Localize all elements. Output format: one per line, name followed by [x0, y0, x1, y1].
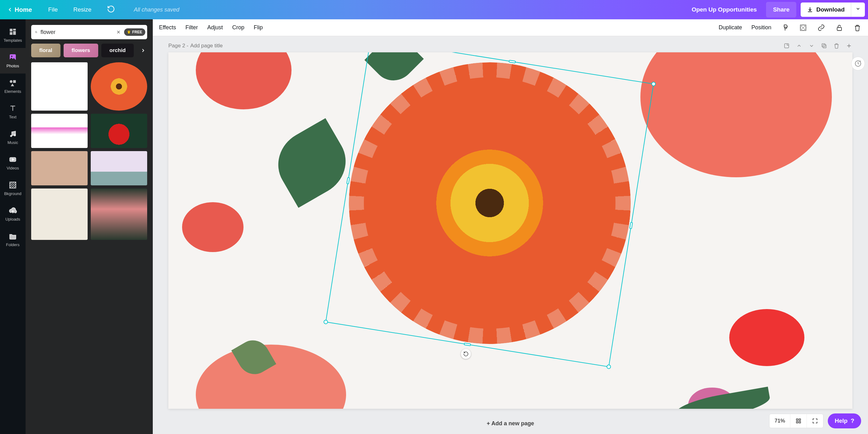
- nav-music[interactable]: Music: [0, 125, 26, 150]
- help-label: Help: [835, 418, 847, 424]
- suggestion-chips: floral flowers orchid: [31, 44, 147, 57]
- filter-button[interactable]: Filter: [186, 24, 198, 31]
- photos-panel: ♛ FREE floral flowers orchid: [26, 19, 153, 434]
- page-duplicate-button[interactable]: [820, 42, 828, 49]
- clear-search-button[interactable]: [116, 29, 121, 35]
- svg-rect-23: [799, 422, 801, 423]
- selection-box[interactable]: [326, 52, 654, 367]
- selected-image[interactable]: [346, 59, 634, 347]
- duplicate-button[interactable]: Duplicate: [719, 24, 742, 31]
- nav-uploads[interactable]: Uploads: [0, 201, 26, 227]
- photo-thumb[interactable]: [91, 151, 147, 186]
- photo-thumb[interactable]: [91, 62, 147, 110]
- videos-icon: [9, 156, 17, 164]
- undo-button[interactable]: [104, 3, 118, 16]
- photo-thumb[interactable]: [31, 62, 88, 110]
- nav-elements[interactable]: Elements: [0, 73, 26, 99]
- save-status: All changes saved: [134, 6, 179, 13]
- side-nav: Templates Photos Elements Text Music Vid…: [0, 19, 26, 434]
- svg-rect-20: [797, 419, 798, 420]
- help-q-icon: ?: [850, 418, 854, 424]
- free-label: FREE: [132, 30, 142, 34]
- svg-rect-3: [13, 80, 16, 83]
- nav-background[interactable]: Bkground: [0, 176, 26, 201]
- resize-handle-left[interactable]: [346, 177, 350, 184]
- zoom-value[interactable]: 71%: [770, 414, 790, 428]
- nav-templates[interactable]: Templates: [0, 23, 26, 48]
- adjust-button[interactable]: Adjust: [207, 24, 223, 31]
- page-number: Page 2 -: [168, 43, 188, 49]
- effects-button[interactable]: Effects: [159, 24, 176, 31]
- svg-rect-22: [797, 422, 798, 423]
- chips-next-button[interactable]: [138, 44, 147, 57]
- delete-button[interactable]: [853, 23, 862, 32]
- svg-rect-17: [823, 45, 826, 48]
- fullscreen-button[interactable]: [807, 414, 823, 428]
- nav-text-label: Text: [9, 115, 17, 119]
- nav-folders-label: Folders: [6, 242, 19, 247]
- elements-icon: [9, 79, 17, 87]
- nav-elements-label: Elements: [4, 89, 21, 94]
- nav-photos[interactable]: Photos: [0, 48, 26, 73]
- nav-photos-label: Photos: [6, 64, 19, 68]
- free-filter-pill[interactable]: ♛ FREE: [124, 28, 145, 36]
- share-button[interactable]: Share: [766, 2, 796, 18]
- page-title-input[interactable]: [190, 43, 256, 49]
- help-button[interactable]: Help ?: [828, 413, 861, 428]
- page-up-button[interactable]: [796, 42, 803, 49]
- file-menu[interactable]: File: [45, 4, 61, 15]
- page-header: Page 2 -: [168, 42, 852, 49]
- bottom-controls: 71% Help ?: [769, 413, 861, 428]
- nav-templates-label: Templates: [3, 38, 22, 43]
- crown-icon: ♛: [127, 30, 131, 34]
- templates-icon: [9, 28, 17, 36]
- photo-thumb[interactable]: [91, 114, 147, 148]
- background-icon: [9, 181, 17, 189]
- photo-thumb[interactable]: [91, 189, 147, 240]
- nav-videos[interactable]: Videos: [0, 150, 26, 176]
- lock-button[interactable]: [835, 23, 844, 32]
- download-button[interactable]: Download: [801, 2, 851, 17]
- nav-videos-label: Videos: [6, 166, 19, 170]
- photo-thumb[interactable]: [31, 114, 88, 148]
- chip-orchid[interactable]: orchid: [101, 44, 134, 57]
- nav-text[interactable]: Text: [0, 99, 26, 125]
- page-add-button[interactable]: [845, 42, 852, 49]
- flip-button[interactable]: Flip: [254, 24, 263, 31]
- search-bar: ♛ FREE: [31, 25, 147, 39]
- nav-music-label: Music: [7, 140, 18, 145]
- resize-menu[interactable]: Resize: [70, 4, 94, 15]
- page-notes-button[interactable]: [783, 42, 790, 49]
- svg-point-1: [11, 56, 12, 57]
- svg-rect-13: [800, 29, 802, 31]
- chip-floral[interactable]: floral: [31, 44, 61, 57]
- design-canvas[interactable]: [168, 52, 852, 409]
- transparency-button[interactable]: [799, 23, 807, 32]
- search-input[interactable]: [40, 29, 113, 35]
- comment-fab[interactable]: [851, 57, 865, 70]
- page-down-button[interactable]: [808, 42, 815, 49]
- position-button[interactable]: Position: [751, 24, 771, 31]
- link-button[interactable]: [817, 23, 826, 32]
- opportunities-link[interactable]: Open Up Opportunities: [686, 3, 762, 16]
- svg-rect-21: [799, 419, 801, 420]
- nav-background-label: Bkground: [4, 191, 22, 196]
- photo-thumb[interactable]: [31, 189, 88, 240]
- chip-flowers[interactable]: flowers: [64, 44, 98, 57]
- download-caret[interactable]: [851, 2, 865, 17]
- add-page-button[interactable]: + Add a new page: [168, 415, 852, 432]
- search-icon: [35, 29, 37, 35]
- photo-thumb[interactable]: [31, 151, 88, 186]
- top-bar: Home File Resize All changes saved Open …: [0, 0, 868, 19]
- photo-grid: [31, 62, 147, 428]
- photos-icon: [9, 53, 17, 61]
- grid-view-button[interactable]: [790, 414, 807, 428]
- copy-style-button[interactable]: [781, 23, 789, 32]
- nav-folders[interactable]: Folders: [0, 227, 26, 253]
- text-icon: [9, 104, 17, 112]
- page-delete-button[interactable]: [833, 42, 840, 49]
- crop-button[interactable]: Crop: [232, 24, 244, 31]
- home-button[interactable]: Home: [3, 4, 36, 15]
- svg-point-4: [10, 135, 11, 136]
- context-toolbar: Effects Filter Adjust Crop Flip Duplicat…: [153, 19, 868, 36]
